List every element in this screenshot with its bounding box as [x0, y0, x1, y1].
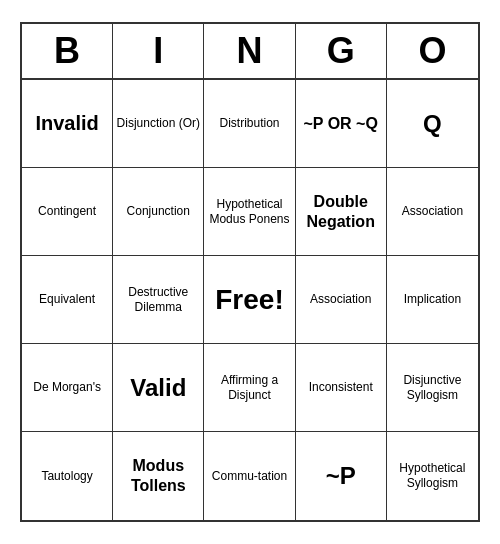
header-letter: O — [387, 24, 478, 78]
cell-r4-c0: Tautology — [22, 432, 113, 520]
cell-r0-c1: Disjunction (Or) — [113, 80, 204, 168]
cell-r3-c4: Disjunctive Syllogism — [387, 344, 478, 432]
cell-r0-c0: Invalid — [22, 80, 113, 168]
cell-r2-c0: Equivalent — [22, 256, 113, 344]
header-letter: G — [296, 24, 387, 78]
bingo-card: BINGO InvalidDisjunction (Or)Distributio… — [20, 22, 480, 522]
cell-r0-c2: Distribution — [204, 80, 295, 168]
cell-r4-c2: Commu-tation — [204, 432, 295, 520]
cell-r1-c3: Double Negation — [296, 168, 387, 256]
cell-r1-c0: Contingent — [22, 168, 113, 256]
cell-r3-c0: De Morgan's — [22, 344, 113, 432]
cell-r2-c3: Association — [296, 256, 387, 344]
cell-r1-c1: Conjunction — [113, 168, 204, 256]
cell-r2-c2: Free! — [204, 256, 295, 344]
cell-r0-c4: Q — [387, 80, 478, 168]
cell-r1-c2: Hypothetical Modus Ponens — [204, 168, 295, 256]
header-letter: I — [113, 24, 204, 78]
cell-r4-c4: Hypothetical Syllogism — [387, 432, 478, 520]
cell-r0-c3: ~P OR ~Q — [296, 80, 387, 168]
header-letter: N — [204, 24, 295, 78]
cell-r4-c3: ~P — [296, 432, 387, 520]
bingo-header: BINGO — [22, 24, 478, 80]
cell-r2-c1: Destructive Dilemma — [113, 256, 204, 344]
cell-r4-c1: Modus Tollens — [113, 432, 204, 520]
bingo-grid: InvalidDisjunction (Or)Distribution~P OR… — [22, 80, 478, 520]
cell-r3-c2: Affirming a Disjunct — [204, 344, 295, 432]
cell-r2-c4: Implication — [387, 256, 478, 344]
cell-r3-c1: Valid — [113, 344, 204, 432]
header-letter: B — [22, 24, 113, 78]
cell-r3-c3: Inconsistent — [296, 344, 387, 432]
cell-r1-c4: Association — [387, 168, 478, 256]
